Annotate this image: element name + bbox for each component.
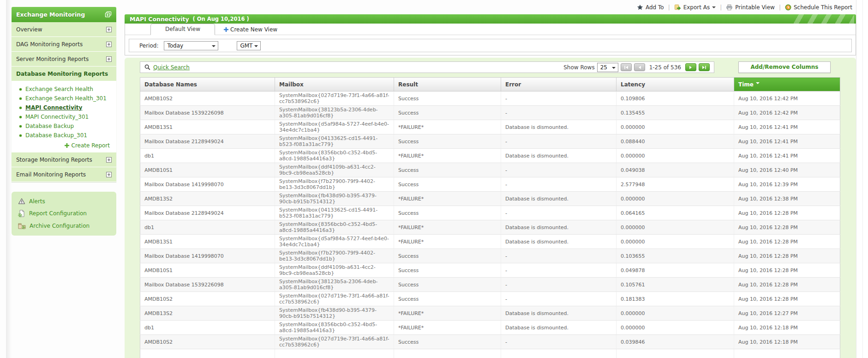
table-row: db1 SystemMailbox{8356bcb0-c352-4bd5-a8c… [140,220,840,235]
tab-create-new-view[interactable]: Create New View [217,24,284,35]
sidebar-item-email-monitoring[interactable]: Email Monitoring Reports [12,167,116,182]
cell-mailbox: SystemMailbox{04133625-cd15-4491-b523-f0… [275,206,394,220]
quick-search-link[interactable]: Quick Search [144,64,190,71]
cell-result [394,349,501,358]
search-icon [144,64,150,70]
export-as-button[interactable]: Export As [674,4,716,11]
show-rows-select[interactable]: 25 [597,63,618,72]
plus-box-icon[interactable] [106,42,112,47]
cascade-windows-plus-icon[interactable] [105,11,112,18]
column-header-error[interactable]: Error [501,78,617,91]
column-header-database-names[interactable]: Database Names [140,78,275,91]
archive-configuration-link[interactable]: Archive Configuration [18,222,110,230]
bullet-icon [19,97,22,100]
create-report-link[interactable]: Create Report [12,140,116,150]
cell-mailbox: SystemMailbox{ddf4109b-a631-4cc2-9bc9-cb… [275,163,394,177]
alerts-link[interactable]: Alerts [18,198,110,205]
report-link-mapi-connectivity[interactable]: MAPI Connectivity [12,103,116,112]
cell-error: - [501,278,617,292]
next-page-button[interactable] [685,63,696,71]
cell-time: Aug 10, 2016 12:18 PM [734,335,840,349]
sidebar-item-storage-monitoring[interactable]: Storage Monitoring Reports [12,152,116,167]
column-header-time-sorted[interactable]: Time [734,78,840,91]
cell-database-name: AMDB10S1 [140,163,275,177]
sidebar-item-label: Server Monitoring Reports [16,56,89,62]
cell-latency: 0.064165 [617,206,734,220]
chevron-down-icon [712,6,716,10]
report-configuration-link[interactable]: Report Configuration [18,210,110,217]
schedule-report-button[interactable]: Schedule This Report [785,4,852,11]
cell-database-name: db1 [140,220,275,235]
add-to-button[interactable]: Add To [637,4,664,11]
chevron-down-icon [612,67,616,71]
cell-error: Database is dismounted. [501,192,617,206]
previous-page-button[interactable] [634,63,645,71]
cell-latency: 0.000000 [617,120,734,134]
sidebar-item-overview[interactable]: Overview [12,22,116,37]
cell-latency [617,349,734,358]
timezone-select[interactable]: GMT [237,41,261,50]
sidebar-item-database-monitoring[interactable]: Database Monitoring Reports [12,67,116,81]
column-header-result[interactable]: Result [394,78,501,91]
plus-box-icon[interactable] [106,27,112,32]
period-filter-bar: Period: Today GMT [129,39,852,52]
cell-latency: 0.000000 [617,220,734,235]
database-reports-submenu: Exchange Search Health Exchange Search H… [12,81,116,152]
report-link-database-backup-301[interactable]: Database Backup_301 [12,131,116,140]
cell-time: Aug 10, 2016 12:41 PM [734,149,840,163]
cell-mailbox: SystemMailbox{fb438d90-b395-4379-90cb-b9… [275,192,394,206]
tab-default-view[interactable]: Default View [150,24,215,35]
sidebar-title-bar: Exchange Monitoring [12,7,116,22]
plus-box-icon[interactable] [106,157,112,163]
cell-mailbox: SystemMailbox{ddf4109b-a631-4cc2-9bc9-cb… [275,263,394,278]
table-row: Mailbox Database 1419998070 SystemMailbo… [140,249,840,263]
printable-view-button[interactable]: Printable View [726,4,775,11]
report-config-icon [18,210,25,217]
sort-descending-icon [756,82,760,86]
cell-time: Aug 10, 2016 12:28 PM [734,292,840,306]
cell-error: - [501,292,617,306]
cell-error: - [501,206,617,220]
table-row: AMDB13S2 SystemMailbox{fb438d90-b395-437… [140,306,840,321]
add-remove-columns-button[interactable]: Add/Remove Columns [738,61,831,73]
cell-mailbox [275,349,394,358]
cell-mailbox: SystemMailbox{04133625-cd15-4491-b523-f0… [275,134,394,149]
report-link-label: MAPI Connectivity_301 [25,114,89,120]
table-row: Mailbox Database 1419998070 SystemMailbo… [140,177,840,192]
cell-time: Aug 10, 2016 12:41 PM [734,120,840,134]
cell-result: Success [394,106,501,120]
cell-mailbox: SystemMailbox{d5af984a-5727-4eef-b4e0-34… [275,235,394,249]
sidebar: Exchange Monitoring Overview DAG Monitor… [12,7,116,236]
report-link-exchange-search-health-301[interactable]: Exchange Search Health_301 [12,94,116,103]
cell-latency: 0.181383 [617,292,734,306]
cell-error: Database is dismounted. [501,120,617,134]
cell-result: Success [394,292,501,306]
period-select[interactable]: Today [164,41,218,50]
report-toolbar: Add To | Export As | Printable View | Sc… [637,4,852,11]
cell-database-name: AMDB10S2 [140,335,275,349]
toolbar-separator: | [720,4,722,11]
sidebar-item-server-monitoring[interactable]: Server Monitoring Reports [12,52,116,67]
cell-time: Aug 10, 2016 12:28 PM [734,220,840,235]
column-header-mailbox[interactable]: Mailbox [275,78,394,91]
alert-triangle-icon [18,198,25,205]
last-page-button[interactable] [699,63,710,71]
report-link-exchange-search-health[interactable]: Exchange Search Health [12,85,116,94]
first-page-button[interactable] [621,63,632,71]
page-right-gutter [856,0,868,358]
cell-time: Aug 10, 2016 12:40 PM [734,163,840,177]
toolbar-separator: | [668,4,670,11]
report-link-mapi-connectivity-301[interactable]: MAPI Connectivity_301 [12,112,116,121]
cell-error: - [501,177,617,192]
cell-latency: 0.000000 [617,192,734,206]
cell-error: - [501,263,617,278]
sidebar-item-dag-monitoring[interactable]: DAG Monitoring Reports [12,37,116,52]
cell-time: Aug 10, 2016 12:38 PM [734,192,840,206]
cell-result: *FAILURE* [394,220,501,235]
cell-latency: 0.049878 [617,263,734,278]
cell-latency: 0.039846 [617,335,734,349]
plus-box-icon[interactable] [106,56,112,62]
plus-box-icon[interactable] [106,172,112,177]
report-link-database-backup[interactable]: Database Backup [12,121,116,131]
column-header-latency[interactable]: Latency [617,78,734,91]
